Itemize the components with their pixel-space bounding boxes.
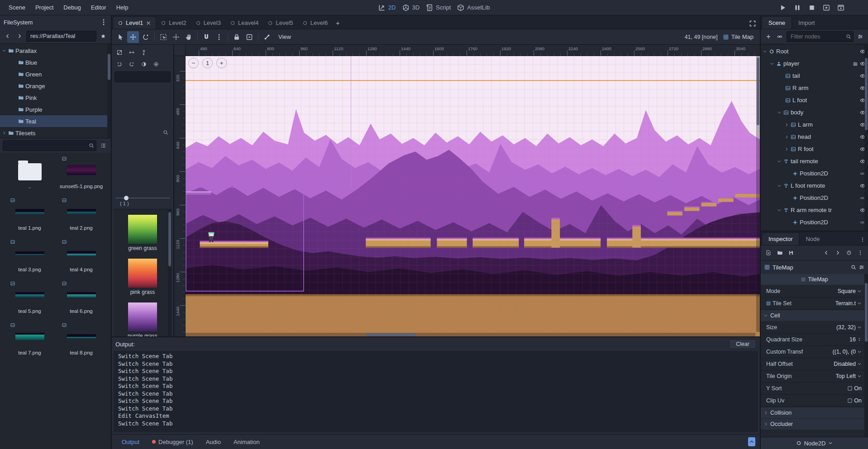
canvas[interactable]: − 1 +	[185, 56, 760, 336]
tab-scene[interactable]: Scene	[762, 16, 792, 29]
prop-value-size[interactable]: (32, 32)	[836, 324, 862, 331]
rotate-left-button[interactable]	[114, 59, 125, 70]
history-forward-button[interactable]	[833, 248, 843, 258]
prop-value-y-sort[interactable]: On	[847, 385, 862, 392]
file-teal-2-png[interactable]: teal 2.png	[57, 196, 105, 238]
dots-icon[interactable]	[860, 237, 865, 242]
skeleton-options-button[interactable]	[261, 31, 273, 43]
scene-node-root[interactable]: Root	[761, 45, 868, 57]
file-[interactable]: ..	[6, 155, 54, 196]
tile-green-grass[interactable]: green grass	[119, 212, 166, 253]
vertical-scrollbar[interactable]	[756, 56, 760, 332]
play-custom-scene-button[interactable]	[835, 2, 846, 13]
file-teal-8-png[interactable]: teal 8.png	[57, 321, 105, 363]
scene-tab-level5[interactable]: Level5	[263, 17, 297, 29]
select-tool-button[interactable]	[114, 31, 126, 43]
prop-value-custom-transf[interactable]: ((1, 0), (0	[833, 349, 862, 355]
file-teal-6-png[interactable]: teal 6.png	[57, 279, 105, 321]
v-scroll-thumb[interactable]	[757, 57, 759, 125]
scene-node-r-arm-remote-tr[interactable]: R arm remote tr	[761, 204, 868, 216]
file-teal-5-png[interactable]: teal 5.png	[6, 279, 54, 321]
nav-back-button[interactable]	[3, 31, 13, 41]
snap-options-button[interactable]	[213, 31, 225, 43]
flip-horizontal-button[interactable]	[138, 59, 149, 70]
prop-value-tile-origin[interactable]: Top Left	[836, 373, 862, 379]
prop-value-tile-set[interactable]: Terrain.t	[835, 300, 862, 307]
tab-inspector[interactable]: Inspector	[762, 232, 799, 245]
bottom-tab-animation[interactable]: Animation	[228, 437, 265, 447]
transpose-button[interactable]	[114, 47, 125, 58]
instance-scene-button[interactable]	[775, 32, 785, 42]
filesystem-menu-icon[interactable]	[100, 19, 107, 26]
file-teal-4-png[interactable]: teal 4.png	[57, 238, 105, 279]
menu-project[interactable]: Project	[30, 2, 58, 13]
scene-node-r-arm[interactable]: R arm	[761, 82, 868, 94]
fs-folder-teal[interactable]: Teal	[0, 115, 111, 127]
h-scroll-thumb[interactable]	[366, 333, 416, 336]
scene-node-body[interactable]: body	[761, 106, 868, 118]
tab-import[interactable]: Import	[792, 17, 821, 29]
slider-handle[interactable]	[124, 196, 129, 200]
scene-node-partial[interactable]	[761, 228, 868, 231]
zoom-out-button[interactable]: −	[189, 58, 198, 68]
horizontal-scrollbar[interactable]	[185, 333, 755, 336]
scene-node-tail[interactable]: tail	[761, 70, 868, 82]
object-menu-button[interactable]	[855, 248, 865, 258]
play-button[interactable]	[777, 2, 788, 13]
mode-2d[interactable]: 2D	[378, 4, 396, 11]
file-search-input[interactable]	[3, 140, 96, 151]
scene-tab-level6[interactable]: Level6	[298, 17, 332, 29]
list-select-tool-button[interactable]	[157, 31, 169, 43]
pause-button[interactable]	[792, 2, 803, 13]
rotate-tool-button[interactable]	[140, 31, 152, 43]
lock-object-button[interactable]	[231, 31, 243, 43]
clear-output-button[interactable]: Clear	[729, 339, 756, 349]
new-resource-button[interactable]	[763, 248, 773, 258]
prop-value-half-offset[interactable]: Disabled	[834, 361, 862, 367]
display-mode-button[interactable]	[98, 141, 108, 151]
favorite-button[interactable]	[98, 31, 108, 41]
scene-tab-level3[interactable]: Level3	[191, 17, 225, 29]
prop-value-mode[interactable]: Square	[838, 288, 862, 294]
rotate-right-button[interactable]	[126, 59, 137, 70]
scene-tab-level2[interactable]: Level2	[156, 17, 191, 29]
load-resource-button[interactable]	[775, 248, 785, 258]
menu-debug[interactable]: Debug	[58, 2, 86, 13]
file-teal-3-png[interactable]: teal 3.png	[6, 238, 54, 279]
section-cell[interactable]: Cell	[761, 310, 868, 321]
tile-purple-grass[interactable]: purple grass	[119, 300, 166, 336]
history-back-button[interactable]	[821, 248, 831, 258]
category-tilemap[interactable]: TileMap	[761, 274, 868, 285]
node2d-section-button[interactable]: Node2D	[761, 437, 868, 449]
bottom-tab-debugger-1[interactable]: Debugger (1)	[147, 437, 199, 447]
horizontal-ruler[interactable]: 4806408009601120128014401600176019202080…	[185, 45, 760, 56]
scene-node-l-foot[interactable]: L foot	[761, 94, 868, 106]
vertical-ruler[interactable]: 3204806408009601120128014401600	[174, 56, 186, 336]
scene-node-player[interactable]: player	[761, 57, 868, 70]
mode-assetlib[interactable]: AssetLib	[457, 4, 490, 11]
tab-node[interactable]: Node	[799, 233, 826, 245]
path-input[interactable]	[26, 31, 96, 42]
snap-toggle-button[interactable]	[200, 31, 212, 43]
tile-list-scrollbar[interactable]	[168, 209, 172, 336]
scene-node-tail-remote[interactable]: tail remote	[761, 155, 868, 167]
object-history-button[interactable]	[844, 248, 854, 258]
bottom-tab-audio[interactable]: Audio	[200, 437, 226, 447]
fs-folder-blue[interactable]: Blue	[0, 57, 111, 68]
scene-node-position2d[interactable]: Position2D	[761, 192, 868, 204]
menu-scene[interactable]: Scene	[4, 2, 30, 13]
prop-value-clip-uv[interactable]: On	[847, 397, 862, 404]
pan-tool-button[interactable]	[183, 31, 195, 43]
fs-folder-orange[interactable]: Orange	[0, 80, 111, 92]
section-occluder[interactable]: Occluder	[761, 419, 868, 430]
scene-node-l-arm[interactable]: L arm	[761, 118, 868, 131]
scene-node-r-foot[interactable]: R foot	[761, 143, 868, 155]
expand-bottom-panel-button[interactable]	[748, 437, 755, 446]
mode-3d[interactable]: 3D	[402, 4, 420, 11]
file-sunset5-1-png-png[interactable]: sunset5-1.png.png	[57, 155, 105, 196]
filter-nodes-input[interactable]	[787, 31, 854, 42]
scene-node-position2d[interactable]: Position2D	[761, 216, 868, 228]
bottom-tab-output[interactable]: Output	[116, 437, 145, 447]
new-scene-tab-button[interactable]: +	[332, 17, 343, 29]
add-node-button[interactable]	[763, 32, 773, 42]
